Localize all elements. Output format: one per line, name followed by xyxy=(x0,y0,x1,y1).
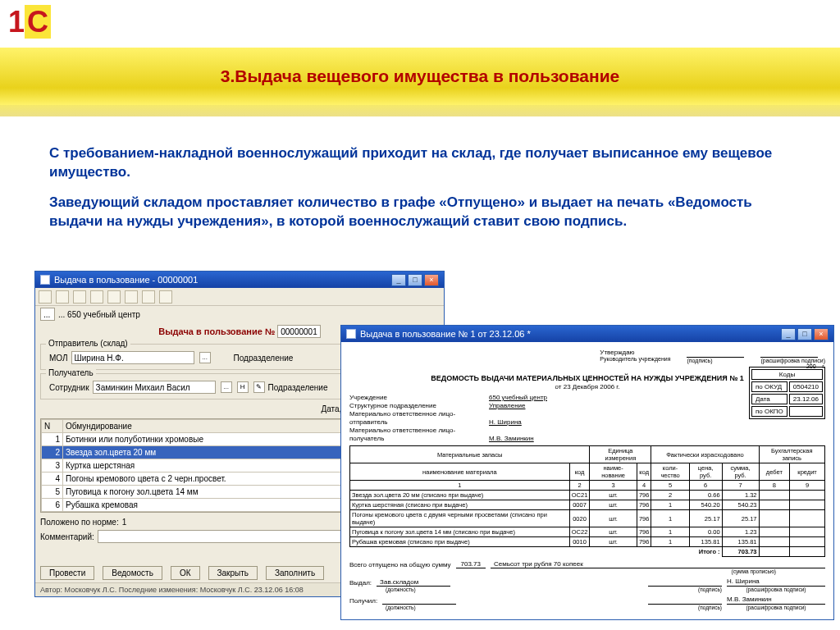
report-body: Утверждаю Руководитель учреждения (подпи… xyxy=(341,342,833,614)
date-val: 23.12.06 xyxy=(789,394,823,404)
lookup-button[interactable]: ... xyxy=(199,352,211,363)
employee-label: Сотрудник xyxy=(49,383,89,392)
ok-button[interactable]: ОК xyxy=(171,566,200,580)
comment-label: Комментарий: xyxy=(40,532,94,541)
close-button[interactable]: × xyxy=(814,328,829,340)
subdivision-label-2: Подразделение xyxy=(268,383,328,392)
mol1-k: Материально ответственное лицо-отправите… xyxy=(349,410,489,427)
titlebar[interactable]: Выдача в пользование № 1 от 23.12.06 * _… xyxy=(341,326,833,342)
table-row: Звезда зол.цвета 20 мм (списано при выда… xyxy=(350,491,825,500)
paragraph-1: С требованием-накладной военнослужащий п… xyxy=(49,144,791,182)
total-sum: 703.73 xyxy=(738,548,757,555)
sig-hint: (подпись) xyxy=(698,587,722,592)
h-ucode: код xyxy=(637,463,651,481)
minimize-button[interactable]: _ xyxy=(781,328,796,340)
tool-icon[interactable] xyxy=(73,290,86,304)
hg-fi: Фактически израсходовано xyxy=(651,446,759,463)
table-row: Куртка шерстяная (списано при выдаче)000… xyxy=(350,500,825,510)
mol2-k: Материально ответственное лицо-получател… xyxy=(349,427,489,443)
total-num: 703.73 xyxy=(456,560,486,568)
mol-label: МОЛ xyxy=(49,354,68,363)
provesti-button[interactable]: Провести xyxy=(40,566,94,580)
col-item[interactable]: Обмундирование xyxy=(63,420,389,433)
head-label: Руководитель учреждения xyxy=(600,356,670,362)
table-row: Пуговица к погону зол.цвета 14 мм (списа… xyxy=(350,527,825,537)
page-title: 3.Выдача вещевого имущества в пользовани… xyxy=(221,66,620,86)
h-debit: дебет xyxy=(759,463,790,481)
h-price: цена, руб. xyxy=(689,463,722,481)
words-hint: (сумма прописью) xyxy=(349,568,825,574)
norm-label: Положено по норме: xyxy=(40,518,119,527)
div-v: Управление xyxy=(489,402,525,409)
tool-icon[interactable] xyxy=(107,290,121,304)
group-label: Получатель xyxy=(46,368,96,377)
tool-icon[interactable] xyxy=(39,290,52,304)
doc-number-field[interactable]: 00000001 xyxy=(277,325,321,338)
hg-mz: Материальные запасы xyxy=(350,446,590,463)
tool-icon[interactable] xyxy=(142,290,155,304)
signature-line xyxy=(687,349,744,358)
window-title: Выдача в пользование № 1 от 23.12.06 * xyxy=(360,329,531,339)
received-row: Получил: М.В. Заминкин xyxy=(349,596,825,605)
titlebar[interactable]: Выдача в пользование - 00000001 _ □ × xyxy=(35,272,444,288)
paragraph-2: Заведующий складом проставляет количеств… xyxy=(49,194,791,231)
codes-box: Коды по ОКУД0504210 Дата23.12.06 по ОКПО xyxy=(749,367,825,419)
tool-icon[interactable] xyxy=(90,290,103,304)
maximize-button[interactable]: □ xyxy=(408,274,422,286)
sig-hint: (подпись) xyxy=(698,605,722,610)
norm-value: 1 xyxy=(122,518,127,527)
role-hint: (должность) xyxy=(386,605,416,610)
approve-label: Утверждаю xyxy=(600,349,634,356)
vedomost-button[interactable]: Ведомость xyxy=(103,566,162,580)
lookup-button[interactable]: ... xyxy=(221,381,232,393)
table-row: Рубашка кремовая (списано при выдаче)001… xyxy=(350,537,825,547)
employee-field[interactable]: Заминкин Михаил Васил xyxy=(93,381,216,394)
div-k: Структурное подразделение xyxy=(349,402,489,410)
received-name: М.В. Заминкин xyxy=(727,596,825,605)
h-credit: кредит xyxy=(790,463,825,481)
tool-icon[interactable] xyxy=(159,290,172,304)
okpo-val xyxy=(789,406,823,417)
codes-header: Коды xyxy=(751,369,823,380)
action-button[interactable]: H xyxy=(237,381,249,393)
tool-icon[interactable] xyxy=(56,290,69,304)
divider-band xyxy=(0,105,840,116)
name-line xyxy=(760,349,818,358)
okud-val: 0504210 xyxy=(789,381,823,392)
col-n[interactable]: N xyxy=(42,420,63,433)
body-text: С требованием-накладной военнослужащий п… xyxy=(49,139,791,243)
hg-ei: Единица измерения xyxy=(590,446,651,463)
action-button[interactable]: ✎ xyxy=(253,381,265,393)
close-button[interactable]: × xyxy=(424,274,439,286)
close-form-button[interactable]: Закрыть xyxy=(208,566,258,580)
window-report: Выдача в пользование № 1 от 23.12.06 * _… xyxy=(340,325,834,620)
h-sum: сумма, руб. xyxy=(722,463,759,481)
role-hint: (должность) xyxy=(386,587,416,592)
mol-field[interactable]: Ширина Н.Ф. xyxy=(71,351,194,364)
tool-icon[interactable] xyxy=(125,290,138,304)
issued-role: Зав.складом xyxy=(380,578,418,586)
mol1-v: Н. Ширина xyxy=(489,418,522,426)
issued-name: Н. Ширина xyxy=(727,578,825,587)
h-name: наименование материала xyxy=(350,463,570,481)
total-line-label: Всего отпущено на общую сумму xyxy=(349,561,451,568)
mol2-v: М.В. Заминкин xyxy=(489,435,534,442)
okud-lbl: по ОКУД xyxy=(751,381,788,392)
role-line xyxy=(382,596,456,605)
maximize-button[interactable]: □ xyxy=(797,328,812,340)
name-hint: (расшифровка подписи) xyxy=(727,605,825,610)
minimize-button[interactable]: _ xyxy=(391,274,406,286)
fill-button[interactable]: Заполнить xyxy=(266,566,324,580)
role-line: Зав.складом xyxy=(377,578,450,587)
window-title: Выдача в пользование - 00000001 xyxy=(54,275,198,285)
logo-1c: 1C xyxy=(8,5,66,44)
issued-label: Выдал: xyxy=(349,579,372,587)
ellipsis-button[interactable]: ... xyxy=(40,308,55,321)
table-row: Погоны кремового цвета с двумя черными п… xyxy=(350,510,825,527)
name-hint: (расшифровка подписи) xyxy=(760,358,825,363)
issued-row: Выдал: Зав.складом Н. Ширина xyxy=(349,578,825,587)
signature-hint: (подпись) xyxy=(687,358,712,363)
app-icon xyxy=(40,275,50,285)
hg-bz: Бухгалтерская запись xyxy=(759,446,824,463)
report-table: Материальные запасы Единица измерения Фа… xyxy=(349,445,825,557)
